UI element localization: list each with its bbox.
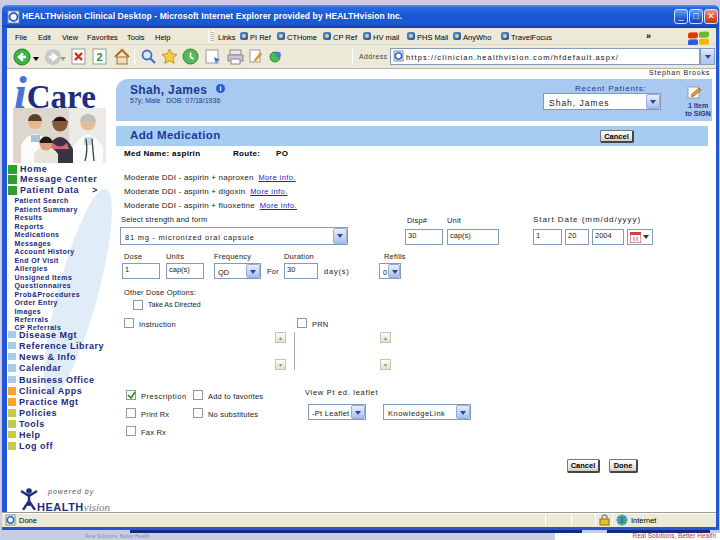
svg-text:2: 2 — [96, 51, 102, 63]
